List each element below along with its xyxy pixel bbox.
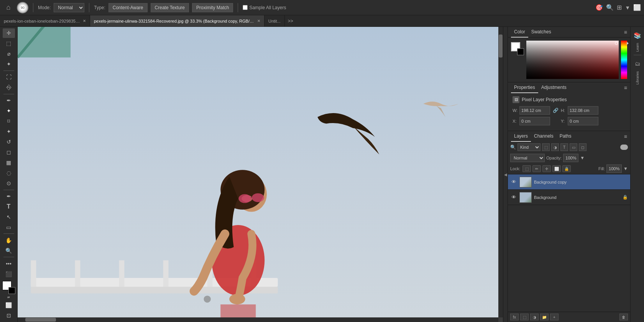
layers-search-icon[interactable]: 🔍 bbox=[510, 145, 516, 150]
lock-transparent-btn[interactable]: ⬚ bbox=[522, 165, 531, 172]
add-adjustment-btn[interactable]: ◑ bbox=[530, 314, 539, 320]
layer-item-background-copy[interactable]: 👁 Background copy bbox=[508, 174, 630, 190]
vertical-scrollbar[interactable] bbox=[498, 27, 503, 317]
tab-2-close[interactable]: ✕ bbox=[257, 19, 260, 23]
path-selection-tool[interactable]: ↖ bbox=[3, 212, 15, 222]
add-mask-btn[interactable]: ⬚ bbox=[520, 314, 529, 320]
type-tool[interactable]: T bbox=[3, 202, 15, 211]
opacity-input[interactable] bbox=[563, 154, 578, 162]
panel-collapse-handle[interactable]: ◀ bbox=[503, 27, 508, 322]
mode-dropdown[interactable]: Normal bbox=[54, 3, 84, 12]
lock-move-btn[interactable]: ✛ bbox=[542, 165, 551, 172]
history-brush-tool[interactable]: ↺ bbox=[3, 137, 15, 147]
slice-tool[interactable]: ⛗ bbox=[3, 83, 15, 92]
h-scroll-thumb[interactable] bbox=[25, 318, 56, 322]
layers-filter-toggle[interactable] bbox=[620, 145, 628, 150]
fill-dropdown-arrow[interactable]: ▼ bbox=[623, 166, 628, 171]
libraries-btn[interactable]: 🗂 bbox=[632, 58, 643, 69]
background-color[interactable] bbox=[8, 287, 15, 294]
tab-color[interactable]: Color bbox=[511, 27, 528, 38]
hand-tool[interactable]: ✋ bbox=[3, 235, 15, 245]
layers-panel-menu[interactable]: ≡ bbox=[624, 133, 627, 140]
magic-wand-tool[interactable]: ✦ bbox=[3, 59, 15, 69]
tab-properties[interactable]: Properties bbox=[511, 82, 538, 93]
arrange-icon[interactable]: ⊞ bbox=[617, 4, 622, 11]
blur-tool[interactable]: ◌ bbox=[3, 168, 15, 178]
shape-tool[interactable]: ▭ bbox=[3, 222, 15, 232]
eraser-tool[interactable]: ◻ bbox=[3, 148, 15, 157]
lock-all-btn[interactable]: 🔒 bbox=[562, 165, 571, 172]
brush-preview[interactable]: 90 bbox=[17, 2, 28, 13]
marquee-tool[interactable]: ⬚ bbox=[3, 39, 15, 48]
color-gradient-picker[interactable] bbox=[526, 41, 619, 79]
clone-stamp-tool[interactable]: ✦ bbox=[3, 127, 15, 136]
opacity-dropdown-arrow[interactable]: ▼ bbox=[580, 155, 585, 161]
blend-mode-dropdown[interactable]: Normal bbox=[510, 154, 545, 162]
gradient-tool[interactable]: ▦ bbox=[3, 158, 15, 168]
fill-input[interactable] bbox=[606, 164, 622, 173]
filter-adjust-btn[interactable]: ◑ bbox=[551, 143, 559, 151]
sample-all-checkbox[interactable] bbox=[243, 5, 248, 10]
tab-1-close[interactable]: ✕ bbox=[83, 19, 86, 23]
x-input[interactable] bbox=[519, 117, 550, 125]
w-input[interactable] bbox=[519, 106, 550, 115]
tab-channels[interactable]: Channels bbox=[531, 131, 557, 142]
swap-colors-icon[interactable]: ⇄ bbox=[7, 296, 10, 299]
quick-mask-btn[interactable]: ⬜ bbox=[3, 301, 15, 310]
horizontal-scrollbar[interactable] bbox=[18, 317, 498, 322]
healing-brush-tool[interactable]: ✦ bbox=[3, 106, 15, 116]
color-panel-menu[interactable]: ≡ bbox=[624, 29, 627, 35]
tab-1[interactable]: pexels-ion-ceban-ionelceban-2929835-Reco… bbox=[0, 15, 90, 26]
link-wh-icon[interactable]: 🔗 bbox=[552, 107, 559, 114]
move-tool[interactable]: ✛ bbox=[3, 28, 15, 38]
tab-paths[interactable]: Paths bbox=[557, 131, 575, 142]
filter-pixel-btn[interactable]: ⬚ bbox=[542, 143, 550, 151]
crop-tool[interactable]: ⛶ bbox=[3, 72, 15, 82]
tab-adjustments[interactable]: Adjustments bbox=[538, 82, 570, 93]
lasso-tool[interactable]: ⌀ bbox=[3, 49, 15, 59]
tab-swatches[interactable]: Swatches bbox=[528, 27, 554, 38]
tab-layers[interactable]: Layers bbox=[511, 131, 531, 142]
more-tools[interactable]: ••• bbox=[3, 259, 15, 268]
home-icon[interactable]: ⌂ bbox=[3, 2, 14, 13]
layer-visibility-background-copy[interactable]: 👁 bbox=[510, 179, 517, 186]
y-input[interactable] bbox=[568, 117, 598, 125]
proximity-match-btn[interactable]: Proximity Match bbox=[192, 3, 233, 12]
color-panel: Color Swatches ≡ bbox=[508, 27, 630, 82]
bg-swatch[interactable] bbox=[517, 48, 524, 55]
layer-item-background[interactable]: 👁 Background 🔒 bbox=[508, 190, 630, 205]
pen-tool[interactable]: ✒ bbox=[3, 191, 15, 201]
dodge-tool[interactable]: ⊙ bbox=[3, 179, 15, 188]
zoom-tool[interactable]: 🔍 bbox=[3, 246, 15, 255]
extra-tool[interactable]: ⬛ bbox=[3, 269, 15, 279]
add-group-btn[interactable]: 📁 bbox=[540, 314, 549, 320]
v-scroll-thumb[interactable] bbox=[499, 34, 503, 58]
screen-mode-btn[interactable]: ⊡ bbox=[3, 311, 15, 320]
tab-2[interactable]: pexels-jermaine-ulinwa-3321584-Recovered… bbox=[90, 15, 264, 26]
lock-artboard-btn[interactable]: ⬜ bbox=[552, 165, 561, 172]
content-aware-btn[interactable]: Content-Aware bbox=[108, 3, 148, 12]
layer-visibility-background[interactable]: 👁 bbox=[510, 194, 517, 201]
filter-type-btn[interactable]: T bbox=[560, 143, 568, 151]
learn-btn[interactable]: 📚 bbox=[632, 30, 643, 41]
target-icon[interactable]: 🎯 bbox=[595, 4, 603, 11]
layer-styles-btn[interactable]: fx bbox=[510, 314, 519, 320]
filter-shape-btn[interactable]: ▭ bbox=[570, 143, 577, 151]
tab-overflow[interactable]: >> bbox=[285, 18, 296, 24]
workspace-arrow[interactable]: ▼ bbox=[625, 5, 630, 11]
tab-3[interactable]: Untit... bbox=[264, 15, 285, 26]
search-icon-top[interactable]: 🔍 bbox=[606, 4, 614, 11]
layers-filter-dropdown[interactable]: Kind bbox=[518, 143, 540, 151]
create-texture-btn[interactable]: Create Texture bbox=[151, 3, 189, 12]
brush-tool[interactable]: ⌑ bbox=[3, 117, 15, 126]
add-layer-btn[interactable]: + bbox=[550, 314, 559, 320]
color-spectrum-bar[interactable] bbox=[621, 41, 627, 79]
properties-panel-menu[interactable]: ≡ bbox=[624, 85, 627, 91]
h-input[interactable] bbox=[568, 106, 598, 115]
eyedropper-tool[interactable]: ✒ bbox=[3, 96, 15, 105]
maximize-icon[interactable]: ⬜ bbox=[633, 4, 641, 11]
filter-smart-btn[interactable]: ◻ bbox=[579, 143, 586, 151]
svg-point-16 bbox=[238, 194, 251, 203]
lock-paint-btn[interactable]: ✏ bbox=[532, 165, 541, 172]
delete-layer-btn[interactable]: 🗑 bbox=[619, 314, 628, 320]
